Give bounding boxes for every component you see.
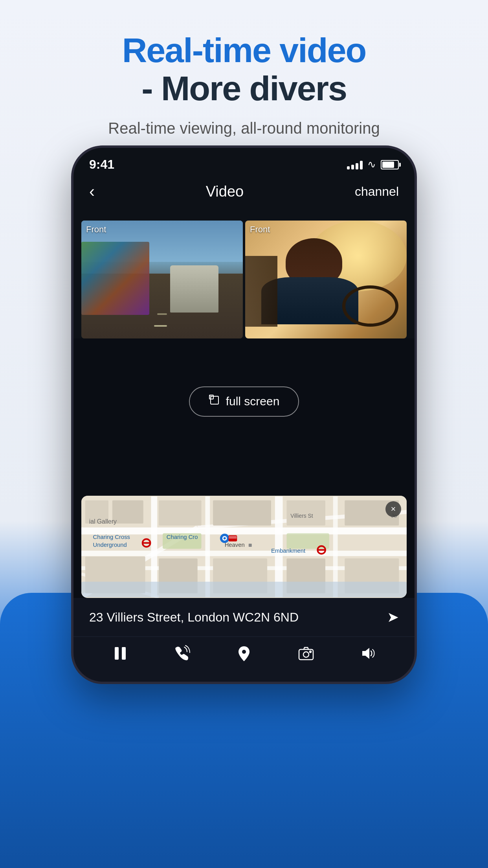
svg-point-50 — [310, 651, 311, 653]
svg-point-34 — [224, 537, 226, 539]
video-label-right: Front — [250, 224, 270, 235]
svg-text:Heaven: Heaven — [225, 542, 245, 548]
video-cell-left[interactable]: Front — [81, 221, 243, 338]
back-button[interactable]: ‹ — [89, 182, 95, 201]
wifi-icon: ∿ — [367, 158, 376, 171]
svg-point-49 — [303, 652, 309, 657]
location-address: 23 Villiers Street, London WC2N 6ND — [89, 610, 299, 625]
status-time: 9:41 — [89, 157, 114, 172]
status-icons: ∿ — [347, 158, 399, 171]
bottom-controls — [73, 636, 415, 682]
headline-dark: - More divers — [0, 70, 488, 108]
video-area: Front — [73, 209, 415, 338]
battery-icon — [381, 160, 399, 169]
headline-blue: Real-time video — [0, 31, 488, 70]
location-bar: 23 Villiers Street, London WC2N 6ND ➤ — [73, 598, 415, 636]
channel-button[interactable]: channel — [355, 184, 399, 199]
video-grid: Front — [81, 221, 407, 338]
svg-rect-4 — [81, 551, 407, 556]
volume-button[interactable] — [359, 645, 376, 662]
map-container[interactable]: × — [81, 496, 407, 598]
location-button[interactable] — [235, 645, 253, 662]
fullscreen-icon — [209, 394, 220, 409]
svg-text:Embankment: Embankment — [271, 548, 305, 554]
subtitle-text: Real-time viewing, all-round monitoring — [0, 120, 488, 137]
close-icon: × — [391, 504, 396, 514]
svg-rect-16 — [112, 500, 143, 524]
svg-rect-38 — [249, 544, 252, 547]
camera-button[interactable] — [297, 645, 315, 662]
svg-rect-45 — [115, 647, 119, 660]
left-scene — [81, 221, 243, 338]
nav-bar: ‹ Video channel — [73, 176, 415, 209]
svg-rect-43 — [81, 582, 407, 597]
svg-rect-36 — [229, 536, 237, 539]
svg-text:Charing Cross: Charing Cross — [93, 534, 130, 540]
right-scene — [245, 221, 407, 338]
svg-text:ial Gallery: ial Gallery — [89, 518, 117, 525]
fullscreen-button[interactable]: full screen — [189, 386, 299, 417]
top-text-section: Real-time video - More divers Real-time … — [0, 31, 488, 137]
lower-black — [73, 464, 415, 496]
svg-rect-46 — [122, 647, 126, 660]
svg-text:Charing Cro: Charing Cro — [167, 534, 198, 540]
status-bar: 9:41 ∿ — [73, 148, 415, 176]
middle-section: full screen — [73, 338, 415, 464]
phone-button[interactable] — [173, 645, 191, 662]
video-label-left: Front — [86, 224, 106, 235]
svg-rect-17 — [159, 500, 201, 526]
navigation-arrow-icon[interactable]: ➤ — [387, 609, 399, 625]
svg-point-47 — [242, 650, 246, 654]
map-close-button[interactable]: × — [385, 501, 401, 517]
svg-text:Underground: Underground — [93, 542, 127, 548]
map-visual: ial Gallery Charing Cross Underground Ch… — [81, 496, 407, 598]
fullscreen-label: full screen — [226, 395, 280, 408]
phone-mockup: 9:41 ∿ ‹ Video channel — [71, 145, 417, 684]
signal-icon — [347, 160, 363, 169]
video-cell-right[interactable]: Front — [245, 221, 407, 338]
svg-text:Villiers St: Villiers St — [290, 513, 313, 519]
svg-rect-18 — [213, 500, 271, 526]
map-section: × — [73, 496, 415, 598]
pause-button[interactable] — [112, 645, 129, 662]
nav-title: Video — [206, 183, 244, 200]
phone-screen: 9:41 ∿ ‹ Video channel — [71, 145, 417, 684]
svg-rect-3 — [81, 528, 407, 535]
